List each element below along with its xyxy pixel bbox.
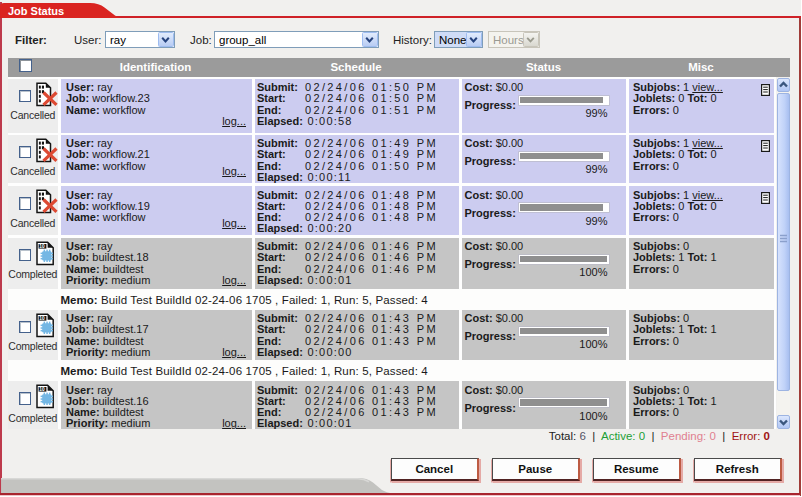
svg-text:10: 10	[39, 244, 45, 249]
svg-text:10: 10	[39, 387, 45, 392]
svg-text:10: 10	[39, 316, 45, 321]
svg-text:Job Status: Job Status	[8, 4, 64, 16]
